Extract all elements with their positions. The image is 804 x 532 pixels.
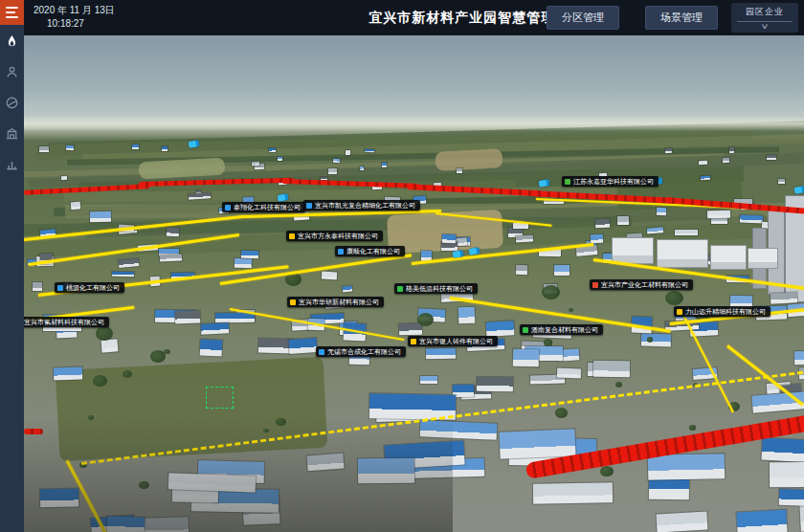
map-building [557,367,581,378]
map-building [770,292,797,303]
park-enterprise-dropdown[interactable]: 园区企业 ∨ [731,3,798,33]
tree-blob [647,337,654,342]
map-building [200,339,223,356]
marker-icon [338,249,344,255]
map-building [288,338,317,354]
map-building [40,488,78,506]
tree-blob [665,291,683,305]
globe-icon[interactable] [4,94,21,111]
marker-label: 无锡市合成化工有限公司 [327,348,401,355]
zone-manage-button[interactable]: 分区管理 [547,6,619,30]
marker-label: 桃源化工有限公司 [66,284,120,291]
tree-blob [263,429,268,432]
map-building [656,511,707,532]
map-building [65,145,73,151]
tree-blob [123,370,132,378]
map-building [420,376,437,384]
marker-label: 泰翔化工科技有限公司 [234,204,301,211]
hamburger-menu-icon[interactable] [0,0,24,25]
map-3d-view[interactable]: 泰翔化工科技有限公司宜兴市凯光复合精细化工有限公司宜兴市方永泰科技有限公司康顺化… [24,35,804,532]
time-text: 10:18:27 [47,17,115,31]
tree-blob [600,466,613,477]
map-building [595,219,611,228]
marker-label: 宜兴市华研新材料有限公司 [299,299,379,305]
sidebar-nav [0,33,24,172]
map-building [711,246,746,269]
building-icon[interactable] [4,124,21,142]
marker-label: 潘南复合材料有限公司 [531,326,598,333]
map-building [707,211,730,218]
dropdown-label: 园区企业 [746,6,784,18]
marker-icon [289,233,295,239]
map-building [513,349,539,366]
company-marker[interactable]: 泰翔化工科技有限公司 [222,202,305,212]
marker-icon [290,299,296,305]
map-building [278,157,282,161]
marker-label: 江苏永嘉亚华科技有限公司 [573,178,654,185]
horizon-haze [24,116,804,131]
company-marker[interactable]: 格美低温科技有限公司 [394,283,478,294]
map-building [554,265,570,276]
map-building [767,155,776,160]
tree-blob [93,375,107,387]
map-building [175,310,201,323]
company-marker[interactable]: 力山远升精细科技有限公司 [674,306,770,317]
map-building [657,208,666,215]
tree-blob [417,313,434,326]
tree-blob [689,425,696,430]
map-building [358,457,415,483]
map-building [648,454,725,481]
map-building [675,230,698,235]
map-building [516,265,527,276]
map-building [257,338,292,353]
map-building [138,518,190,532]
company-marker[interactable]: 无锡市合成化工有限公司 [316,346,406,357]
tree-blob [615,382,622,388]
app-root: 2020 年 11 月 13日 10:18:27 宜兴市新材料产业园智慧管理平台… [0,0,804,532]
map-building [533,482,613,503]
company-marker[interactable]: 桃源化工有限公司 [55,282,124,293]
marker-icon [411,339,416,344]
tree-blob [276,418,285,426]
company-marker[interactable]: 宜兴市银人铸件有限公司 [408,336,498,346]
company-marker[interactable]: 宜兴市氟材料科技有限公司 [24,317,109,327]
company-marker[interactable]: 宜兴市方永泰科技有限公司 [286,231,383,241]
map-building [740,214,763,223]
company-marker[interactable]: 康顺化工有限公司 [335,246,405,256]
map-building [748,249,777,268]
map-building [71,202,80,211]
marker-label: 宜兴市方永泰科技有限公司 [298,233,378,239]
map-building [477,377,513,391]
marker-icon [397,286,403,292]
person-icon[interactable] [4,63,21,80]
datetime: 2020 年 11 月 13日 10:18:27 [34,4,115,31]
chevron-down-icon: ∨ [760,23,769,31]
company-marker[interactable]: 潘南复合材料有限公司 [520,324,603,335]
map-building [658,240,707,267]
map-building [593,361,630,378]
marker-label: 力山远升精细科技有限公司 [685,308,766,315]
company-marker[interactable]: 宜兴市凯光复合精细化工有限公司 [303,200,420,211]
map-building [306,454,344,472]
map-building [779,489,804,507]
company-marker[interactable]: 宜兴市华研新材料有限公司 [287,297,384,307]
bar-chart-icon[interactable] [4,155,21,172]
map-building [399,323,422,336]
flame-icon[interactable] [4,33,21,50]
map-building [343,285,352,292]
map-building [215,312,255,321]
selection-box [206,387,234,409]
map-building [499,430,575,459]
map-building [234,258,253,269]
company-marker[interactable]: 江苏永嘉亚华科技有限公司 [562,176,659,187]
tree-blob [88,415,94,420]
map-building [641,334,671,347]
map-building [54,366,83,380]
map-building [252,162,259,166]
company-marker[interactable]: 宜兴市产业化工材料有限公司 [590,279,693,290]
map-building [61,176,67,180]
date-text: 2020 年 11 月 13日 [34,4,115,17]
scene-manage-button[interactable]: 场景管理 [645,6,718,30]
marker-icon [677,309,682,315]
map-building [33,281,42,290]
